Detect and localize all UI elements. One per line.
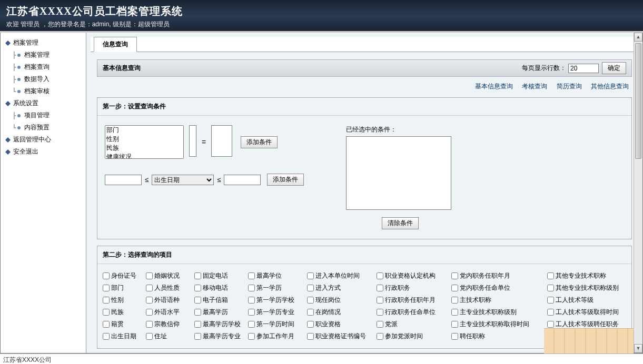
chk-item[interactable]: 行政职务任职年月 [377,296,450,305]
checkbox[interactable] [307,321,314,328]
field-option[interactable]: 性别 [105,135,183,144]
checkbox[interactable] [451,285,458,291]
checkbox[interactable] [377,333,383,340]
chk-item[interactable]: 工人技术等级 [547,296,637,305]
checkbox[interactable] [547,285,554,291]
checkbox[interactable] [103,321,110,328]
checkbox[interactable] [146,321,153,328]
checkbox[interactable] [547,321,554,328]
range-from-input[interactable] [105,175,142,185]
chk-item[interactable]: 参加党派时间 [377,332,450,341]
chk-item[interactable]: 行政职务任命单位 [377,308,450,317]
chk-item[interactable]: 最高学历 [194,308,247,317]
chk-item[interactable]: 出生日期 [103,332,145,341]
checkbox[interactable] [194,272,201,279]
chk-item[interactable]: 党内职务任职年月 [451,271,546,280]
link-basic-info[interactable]: 基本信息查询 [475,83,513,90]
field-select-list[interactable]: 部门 性别 民族 健康状况 [105,125,184,159]
chk-item[interactable]: 第一学历专业 [248,308,306,317]
chk-item[interactable]: 最高学位 [248,271,306,280]
link-assessment[interactable]: 考核查询 [522,83,547,90]
chk-item[interactable]: 第一学历 [248,284,306,292]
checkbox[interactable] [146,272,153,279]
checkbox[interactable] [146,333,153,340]
vertical-scrollbar[interactable]: ▲ ▼ [634,33,642,353]
operator-input[interactable] [189,125,196,157]
nav-system-group[interactable]: 系统设置 [5,97,86,109]
chk-item[interactable]: 人员性质 [146,284,193,292]
checkbox[interactable] [547,272,554,279]
checkbox[interactable] [194,285,201,291]
chk-item[interactable]: 性别 [103,296,145,305]
selected-conditions-area[interactable] [346,136,451,210]
checkbox[interactable] [451,272,458,279]
field-option[interactable]: 部门 [105,126,183,135]
checkbox[interactable] [307,297,314,304]
chk-item[interactable]: 党内职务任命单位 [451,284,546,292]
checkbox[interactable] [146,297,153,304]
chk-item[interactable]: 职业资格 [307,320,375,329]
checkbox[interactable] [248,321,255,328]
nav-archive-query[interactable]: ┣档案查询 [5,61,86,73]
checkbox[interactable] [103,297,110,304]
chk-item[interactable]: 其他专业技术职称 [547,271,637,280]
chk-item[interactable]: 在岗情况 [307,308,375,317]
chk-item[interactable]: 主专业技术职称级别 [451,308,546,317]
chk-item[interactable]: 外语水平 [146,308,193,317]
link-other-info[interactable]: 其他信息查询 [591,83,629,90]
checkbox[interactable] [194,333,201,340]
checkbox[interactable] [248,285,255,291]
chk-item[interactable]: 现任岗位 [307,296,375,305]
chk-item[interactable]: 宗教信仰 [146,320,193,329]
add-condition-button[interactable]: 添加条件 [241,136,278,148]
checkbox[interactable] [451,333,458,340]
checkbox[interactable] [377,321,383,328]
checkbox[interactable] [547,297,554,304]
chk-item[interactable]: 工人技术等级取得时间 [547,308,637,317]
chk-item[interactable]: 工人技术等级聘任职务 [547,320,637,329]
checkbox[interactable] [194,321,201,328]
nav-return-admin[interactable]: 返回管理中心 [5,134,86,146]
checkbox[interactable] [103,272,110,279]
checkbox[interactable] [547,309,554,316]
field-option[interactable]: 民族 [105,144,183,153]
clear-conditions-button[interactable]: 清除条件 [382,217,419,229]
chk-item[interactable]: 主专业技术职称取得时间 [451,320,546,329]
checkbox[interactable] [451,297,458,304]
checkbox[interactable] [103,309,110,316]
checkbox[interactable] [248,297,255,304]
chk-item[interactable]: 其他专业技术职称级别 [547,284,637,292]
nav-logout[interactable]: 安全退出 [5,146,86,158]
nav-archive-manage[interactable]: ┣档案管理 [5,49,86,61]
scroll-thumb[interactable] [635,43,641,159]
checkbox[interactable] [194,309,201,316]
chk-item[interactable]: 第一学历学校 [248,296,306,305]
checkbox[interactable] [146,285,153,291]
chk-item[interactable]: 主技术职称 [451,296,546,305]
nav-archive-review[interactable]: ┗档案审核 [5,85,86,97]
checkbox[interactable] [451,309,458,316]
chk-item[interactable]: 身份证号 [103,271,145,280]
chk-item[interactable]: 外语语种 [146,296,193,305]
checkbox[interactable] [248,333,255,340]
chk-item[interactable]: 党派 [377,320,450,329]
range-field-select[interactable]: 出生日期 [152,175,214,185]
checkbox[interactable] [377,309,383,316]
checkbox[interactable] [377,285,383,291]
confirm-button[interactable]: 确定 [602,62,626,74]
checkbox[interactable] [103,333,110,340]
checkbox[interactable] [194,297,201,304]
link-resume[interactable]: 简历查询 [557,83,582,90]
chk-item[interactable]: 籍贯 [103,320,145,329]
chk-item[interactable]: 聘任职称 [451,332,546,341]
checkbox[interactable] [307,333,314,340]
scroll-down-arrow-icon[interactable]: ▼ [634,344,642,353]
add-range-condition-button[interactable]: 添加条件 [267,174,304,186]
tab-info-query[interactable]: 信息查询 [94,37,137,52]
nav-archive-group[interactable]: 档案管理 [5,37,86,49]
chk-item[interactable]: 固定电话 [194,271,247,280]
field-option[interactable]: 健康状况 [105,153,183,159]
chk-item[interactable]: 民族 [103,308,145,317]
chk-item[interactable]: 进入方式 [307,284,375,292]
checkbox[interactable] [377,297,383,304]
